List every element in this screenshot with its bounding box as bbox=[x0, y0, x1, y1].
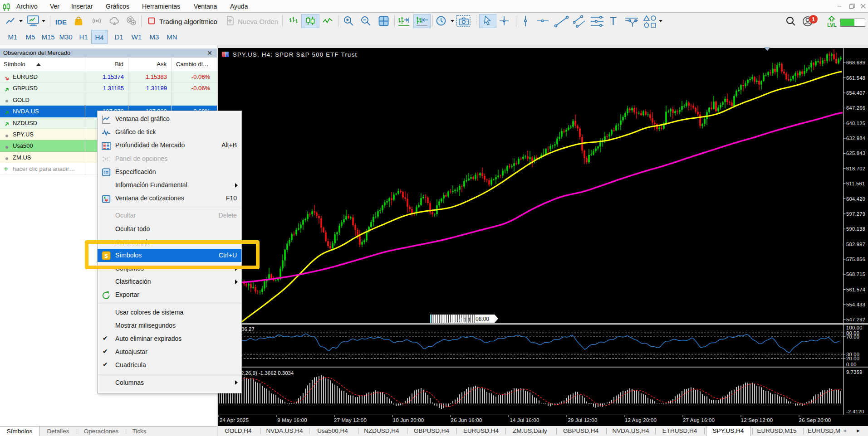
svg-text:12 Aug 20:00: 12 Aug 20:00 bbox=[625, 417, 657, 423]
svg-text:668.689: 668.689 bbox=[846, 60, 865, 65]
svg-text:0: 0 bbox=[459, 317, 462, 323]
svg-text:-2.4120: -2.4120 bbox=[846, 409, 864, 414]
svg-text:27 May 12:00: 27 May 12:00 bbox=[334, 417, 367, 423]
svg-text:604.420: 604.420 bbox=[846, 196, 865, 202]
svg-text:70.00: 70.00 bbox=[846, 334, 859, 339]
svg-text:611.561: 611.561 bbox=[846, 181, 865, 186]
svg-text:2,26,9) -1.3662 0.3034: 2,26,9) -1.3662 0.3034 bbox=[241, 370, 294, 376]
svg-text:647.266: 647.266 bbox=[846, 105, 865, 111]
svg-text:10 Jun 20:00: 10 Jun 20:00 bbox=[393, 417, 424, 423]
svg-text:582.997: 582.997 bbox=[846, 242, 865, 247]
svg-text:1 1: 1 1 bbox=[464, 317, 471, 322]
svg-text:654.407: 654.407 bbox=[846, 90, 865, 96]
svg-text:29 Jul 12:00: 29 Jul 12:00 bbox=[568, 417, 597, 423]
svg-text:08:00: 08:00 bbox=[476, 316, 489, 322]
svg-text:9.7359: 9.7359 bbox=[846, 369, 863, 375]
svg-text:14 Jul 16:00: 14 Jul 16:00 bbox=[510, 417, 539, 423]
svg-text:625.843: 625.843 bbox=[846, 150, 865, 156]
svg-text:561.574: 561.574 bbox=[846, 287, 865, 292]
svg-text:575.856: 575.856 bbox=[846, 257, 865, 262]
svg-text:27 Aug 16:00: 27 Aug 16:00 bbox=[683, 417, 715, 423]
svg-text:12 Sep 12:00: 12 Sep 12:00 bbox=[741, 417, 773, 423]
svg-text:9 May 16:00: 9 May 16:00 bbox=[277, 417, 307, 423]
svg-text:661.548: 661.548 bbox=[846, 75, 865, 81]
svg-text:36.27: 36.27 bbox=[241, 326, 255, 332]
svg-text:0.00: 0.00 bbox=[846, 362, 857, 367]
svg-text:568.715: 568.715 bbox=[846, 271, 865, 277]
svg-text:640.125: 640.125 bbox=[846, 121, 865, 126]
svg-text:26 Jun 16:00: 26 Jun 16:00 bbox=[451, 417, 482, 423]
svg-text:LVL: LVL bbox=[827, 22, 837, 28]
svg-text:26 Sep 20:00: 26 Sep 20:00 bbox=[799, 417, 831, 423]
svg-text:554.433: 554.433 bbox=[846, 302, 865, 307]
svg-text:24 Apr 2025: 24 Apr 2025 bbox=[220, 417, 249, 423]
svg-text:547.292: 547.292 bbox=[846, 317, 865, 322]
svg-text:20.00: 20.00 bbox=[846, 356, 859, 361]
svg-text:597.279: 597.279 bbox=[846, 211, 865, 217]
svg-text:100.00: 100.00 bbox=[846, 325, 863, 330]
svg-text:590.138: 590.138 bbox=[846, 226, 865, 232]
svg-text:SPY.US, H4: SPDR S&P 500 ETF: SPY.US, H4: SPDR S&P 500 ETF Trust bbox=[233, 51, 357, 58]
svg-text:618.702: 618.702 bbox=[846, 166, 865, 171]
svg-text:632.984: 632.984 bbox=[846, 136, 865, 141]
